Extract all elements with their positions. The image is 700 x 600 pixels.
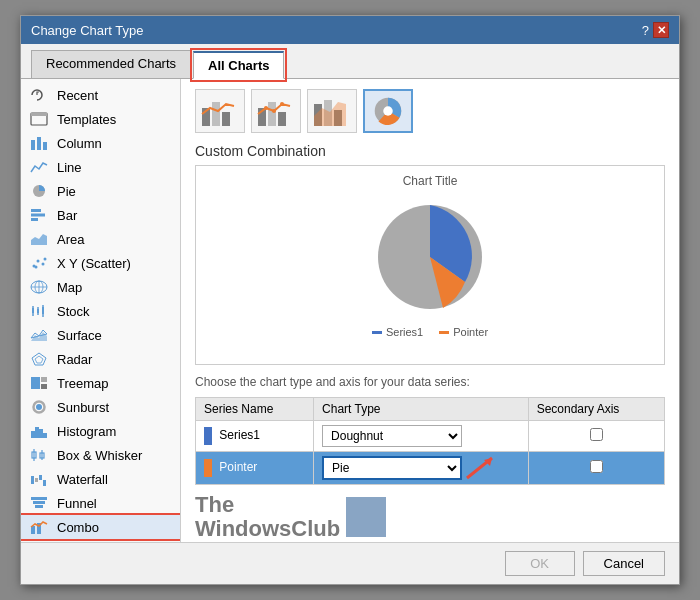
svg-line-67: [467, 458, 492, 478]
title-bar: Change Chart Type ? ✕: [21, 16, 679, 44]
svg-point-32: [36, 404, 42, 410]
chart-preview: Chart Title Series1 Poin: [195, 165, 665, 365]
svg-rect-37: [43, 433, 47, 438]
watermark: The WindowsClub: [195, 493, 665, 541]
sidebar-item-combo[interactable]: Combo: [21, 515, 180, 539]
sidebar-label-recent: Recent: [57, 88, 98, 103]
col-header-series-name: Series Name: [196, 398, 314, 421]
tab-recommended[interactable]: Recommended Charts: [31, 50, 191, 78]
ok-button[interactable]: OK: [505, 551, 575, 576]
svg-rect-20: [32, 308, 34, 313]
title-bar-actions: ? ✕: [642, 22, 669, 38]
sidebar-item-bar[interactable]: Bar: [21, 203, 180, 227]
sidebar-label-waterfall: Waterfall: [57, 472, 108, 487]
svg-rect-30: [41, 377, 47, 382]
legend-label-series1: Series1: [386, 326, 423, 338]
help-button[interactable]: ?: [642, 23, 649, 38]
svg-rect-55: [268, 102, 276, 126]
cancel-button[interactable]: Cancel: [583, 551, 665, 576]
recent-icon: [29, 87, 49, 103]
svg-rect-48: [35, 505, 43, 508]
sidebar-item-stock[interactable]: Stock: [21, 299, 180, 323]
sidebar-label-templates: Templates: [57, 112, 116, 127]
svg-rect-2: [31, 140, 35, 150]
sidebar-item-templates[interactable]: Templates: [21, 107, 180, 131]
radar-icon: [29, 351, 49, 367]
svg-rect-47: [33, 501, 45, 504]
sidebar-label-column: Column: [57, 136, 102, 151]
pie-icon: [29, 183, 49, 199]
sidebar-label-funnel: Funnel: [57, 496, 97, 511]
sidebar-item-sunburst[interactable]: Sunburst: [21, 395, 180, 419]
tab-all-charts[interactable]: All Charts: [193, 51, 284, 79]
sidebar-item-radar[interactable]: Radar: [21, 347, 180, 371]
column-icon: [29, 135, 49, 151]
series1-secondary-axis-cell: [528, 421, 664, 452]
section-title: Custom Combination: [195, 143, 665, 159]
content-area: Custom Combination Chart Title Series1: [181, 79, 679, 542]
dialog-title: Change Chart Type: [31, 23, 144, 38]
combo-type-4[interactable]: [363, 89, 413, 133]
sidebar-item-xy-scatter[interactable]: X Y (Scatter): [21, 251, 180, 275]
change-chart-type-dialog: Change Chart Type ? ✕ Recommended Charts…: [20, 15, 680, 585]
pointer-secondary-axis-checkbox[interactable]: [590, 460, 603, 473]
svg-rect-46: [31, 497, 47, 500]
combo-type-2[interactable]: [251, 89, 301, 133]
svg-point-13: [44, 258, 47, 261]
close-button[interactable]: ✕: [653, 22, 669, 38]
table-row: Pointer Column Line Pie Bar Area D: [196, 452, 665, 485]
area-icon: [29, 231, 49, 247]
sidebar-item-histogram[interactable]: Histogram: [21, 419, 180, 443]
legend-dot-pointer: [439, 331, 449, 334]
svg-rect-56: [278, 112, 286, 126]
pointer-color: [204, 459, 212, 477]
sidebar-item-column[interactable]: Column: [21, 131, 180, 155]
series1-secondary-axis-checkbox[interactable]: [590, 428, 603, 441]
sidebar-item-box-whisker[interactable]: Box & Whisker: [21, 443, 180, 467]
treemap-icon: [29, 375, 49, 391]
series1-color: [204, 427, 212, 445]
svg-rect-3: [37, 137, 41, 150]
sidebar-item-surface[interactable]: Surface: [21, 323, 180, 347]
pointer-chart-type-cell: Column Line Pie Bar Area Doughnut: [314, 452, 529, 485]
sidebar-item-funnel[interactable]: Funnel: [21, 491, 180, 515]
combo-type-3[interactable]: [307, 89, 357, 133]
series1-chart-type-select[interactable]: Column Line Pie Bar Area Doughnut: [322, 425, 462, 447]
svg-rect-6: [31, 209, 41, 212]
svg-rect-44: [39, 475, 42, 480]
svg-point-12: [42, 263, 45, 266]
sidebar-label-xy: X Y (Scatter): [57, 256, 131, 271]
pie-chart-svg: [365, 192, 495, 322]
legend-series1: Series1: [372, 326, 423, 338]
svg-point-65: [383, 106, 393, 116]
sidebar-label-surface: Surface: [57, 328, 102, 343]
sidebar-label-combo: Combo: [57, 520, 99, 535]
sidebar-item-waterfall[interactable]: Waterfall: [21, 467, 180, 491]
svg-rect-53: [222, 112, 230, 126]
table-row: Series1 Column Line Pie Bar Area D: [196, 421, 665, 452]
sidebar-label-box-whisker: Box & Whisker: [57, 448, 142, 463]
main-content: Recent Templates: [21, 79, 679, 542]
sidebar-label-pie: Pie: [57, 184, 76, 199]
svg-rect-36: [39, 429, 43, 438]
series1-name-cell: Series1: [196, 421, 314, 452]
stock-icon: [29, 303, 49, 319]
svg-rect-1: [31, 113, 47, 116]
scatter-icon: [29, 255, 49, 271]
sidebar-label-radar: Radar: [57, 352, 92, 367]
waterfall-icon: [29, 471, 49, 487]
sidebar-item-pie[interactable]: Pie: [21, 179, 180, 203]
sidebar-item-map[interactable]: Map: [21, 275, 180, 299]
combo-type-1[interactable]: [195, 89, 245, 133]
sidebar-item-line[interactable]: Line: [21, 155, 180, 179]
svg-point-58: [272, 109, 276, 113]
footer: OK Cancel: [21, 542, 679, 584]
watermark-text: The WindowsClub: [195, 493, 340, 541]
pointer-chart-type-select[interactable]: Column Line Pie Bar Area Doughnut: [322, 456, 462, 480]
series1-name: Series1: [219, 428, 260, 442]
sidebar-item-area[interactable]: Area: [21, 227, 180, 251]
sidebar-item-recent[interactable]: Recent: [21, 83, 180, 107]
svg-rect-34: [31, 431, 35, 438]
sidebar-item-treemap[interactable]: Treemap: [21, 371, 180, 395]
svg-point-59: [280, 102, 284, 106]
